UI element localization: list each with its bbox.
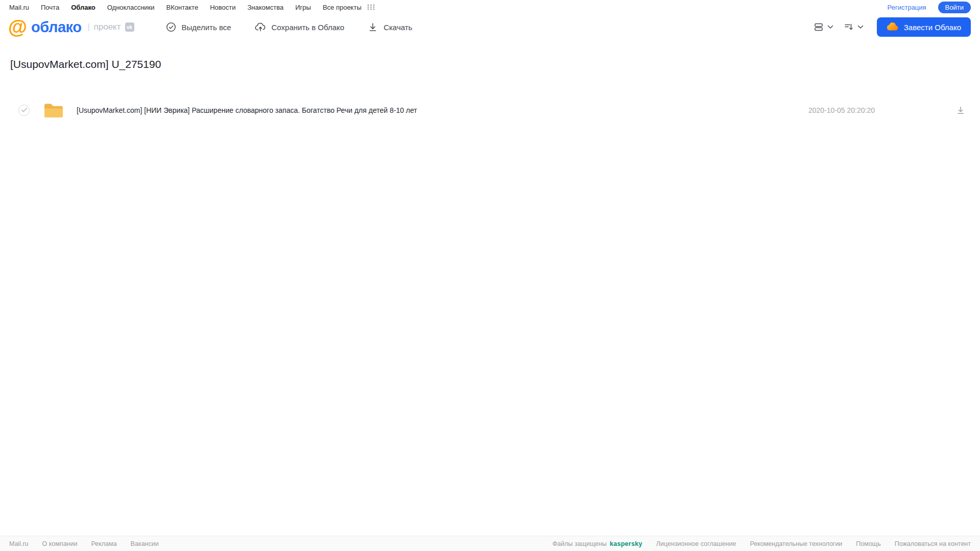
portal-link-igry[interactable]: Игры [295,4,311,11]
save-to-cloud-label: Сохранить в Облако [272,23,345,32]
portal-top-bar: Mail.ru Почта Облако Одноклассники ВКонт… [0,0,980,14]
page-footer: Mail.ru О компании Реклама Вакансии Файл… [0,536,980,551]
cloud-icon [887,22,898,32]
mailru-at-icon: @ [8,18,27,36]
check-icon [21,106,28,115]
portal-link-all-projects[interactable]: Все проекты [323,4,362,11]
footer-link-license[interactable]: Лицензионное соглашение [656,540,736,547]
file-date: 2020-10-05 20:20:20 [808,106,875,114]
login-button[interactable]: Войти [938,2,971,13]
cloud-upload-icon [255,22,266,32]
cloud-header: @ облако | проект vk Выделить все [0,14,980,40]
vk-icon: vk [125,22,134,32]
sort-dropdown[interactable] [844,22,864,32]
portal-link-mailru[interactable]: Mail.ru [9,4,29,11]
main-content: [UsupovMarket.com] U_275190 [UsupovMarke… [0,58,980,123]
file-row[interactable]: [UsupovMarket.com] [НИИ Эврика] Расширен… [0,98,980,123]
footer-link-help[interactable]: Помощь [856,540,880,547]
portal-link-odnoklassniki[interactable]: Одноклассники [107,4,155,11]
check-circle-icon [166,22,176,32]
file-download-icon[interactable] [955,105,966,115]
kaspersky-logo[interactable]: kaspersky [610,540,642,547]
footer-link-report[interactable]: Пожаловаться на контент [895,540,971,547]
registration-link[interactable]: Регистрация [888,4,926,11]
footer-link-ads[interactable]: Реклама [91,540,116,547]
footer-link-about[interactable]: О компании [42,540,78,547]
project-label: проект [94,22,121,32]
file-actions-toolbar: Выделить все Сохранить в Облако Скачать [166,22,413,32]
select-all-button[interactable]: Выделить все [166,22,231,32]
footer-link-recommendations[interactable]: Рекомендательные технологии [750,540,842,547]
select-all-label: Выделить все [182,23,231,32]
folder-icon[interactable] [43,102,64,119]
create-cloud-button[interactable]: Завести Облако [877,17,971,37]
cloud-logo[interactable]: @ облако [8,18,81,36]
sort-icon [844,22,854,32]
download-icon [368,22,378,32]
save-to-cloud-button[interactable]: Сохранить в Облако [255,22,345,32]
file-name-link[interactable]: [UsupovMarket.com] [НИИ Эврика] Расширен… [77,106,417,114]
portal-link-znakomstva[interactable]: Знакомства [247,4,283,11]
chevron-down-icon [857,25,864,29]
footer-link-jobs[interactable]: Вакансии [131,540,159,547]
portal-link-oblako-active[interactable]: Облако [71,4,95,11]
kaspersky-protected: Файлы защищены kaspersky [553,540,642,547]
download-button[interactable]: Скачать [368,22,412,32]
download-label: Скачать [384,23,412,32]
logo-divider: | [87,22,89,32]
view-mode-icon [814,22,824,32]
cloud-logo-text: облако [31,19,81,36]
page-title: [UsupovMarket.com] U_275190 [10,58,980,70]
portal-link-novosti[interactable]: Новости [210,4,235,11]
header-right-controls: Завести Облако [814,17,971,37]
portal-link-pochta[interactable]: Почта [41,4,59,11]
chevron-down-icon [827,25,833,29]
view-mode-dropdown[interactable] [814,22,833,32]
protected-text: Файлы защищены [553,540,607,547]
portal-link-vkontakte[interactable]: ВКонтакте [166,4,199,11]
footer-link-mailru[interactable]: Mail.ru [9,540,29,547]
project-badge-wrap: | проект vk [87,22,134,32]
create-cloud-label: Завести Облако [904,23,961,32]
file-checkbox[interactable] [18,105,30,116]
apps-grid-icon[interactable] [367,4,375,10]
